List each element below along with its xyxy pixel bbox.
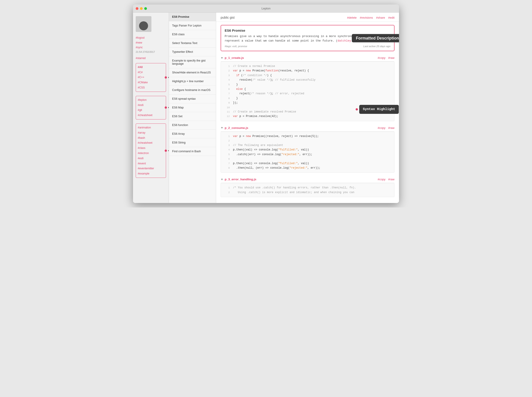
language-tags-dot [165, 76, 167, 79]
chevron-icon-3: ▼ [221, 178, 223, 181]
sidebar-left: #logout #new #sync 21:54 27/02/2017 #sta… [133, 12, 169, 203]
main-content: public gist #delete #revisions #share #e… [216, 12, 399, 203]
tag-array[interactable]: #array [138, 130, 164, 135]
file-header-3: ▼ p_3_error_handling.js #copy #raw [221, 176, 394, 183]
code-line: 7p.then((val) => console.log("fulfilled:… [221, 161, 394, 166]
revisions-link[interactable]: #revisions [360, 16, 373, 19]
filename-1[interactable]: p_1_create.js [225, 56, 244, 60]
tag-cpp[interactable]: #C++ [138, 75, 164, 80]
starred-link[interactable]: #starred [136, 56, 166, 61]
code-line: 4p.then((val) => console.log("fulfilled:… [221, 148, 394, 152]
gist-item-es6-map[interactable]: ES6 Map [169, 103, 216, 112]
tag-eventemitter[interactable]: #eventemitter [138, 166, 164, 171]
maximize-button[interactable] [144, 7, 147, 10]
raw-link-2[interactable]: #raw [388, 126, 394, 130]
code-line: 3// The following are equivalent [221, 143, 394, 148]
gist-item-es6-string[interactable]: ES6 String [169, 138, 216, 147]
gist-item-hostname[interactable]: Configure hostname in macOS [169, 86, 216, 94]
gist-item-es6-set[interactable]: ES6 Set [169, 112, 216, 121]
gist-item-show-hide[interactable]: Show/Hide element in ReactJS [169, 68, 216, 77]
code-line: 12var p = Promise.resolve(42); [221, 114, 394, 118]
file-actions-3: #copy #raw [378, 178, 394, 181]
tag-lepton[interactable]: #lepton [138, 98, 164, 103]
app-body: #logout #new #sync 21:54 27/02/2017 #sta… [133, 12, 399, 203]
sync-link[interactable]: #sync [136, 45, 166, 50]
tag-class[interactable]: #class [138, 145, 164, 151]
gist-type: public gist [221, 16, 235, 19]
copy-link-3[interactable]: #copy [378, 178, 386, 181]
tag-example[interactable]: #example [138, 171, 164, 176]
header-actions: #delete #revisions #share #edit [347, 16, 394, 19]
filename-3[interactable]: p_3_error_handling.js [225, 178, 256, 181]
code-line: 3 if (/* condition */) { [221, 73, 394, 78]
copy-link-1[interactable]: #copy [378, 56, 386, 60]
code-line: 2 Using .catch() is more explicit and id… [221, 190, 394, 195]
pinned-tags-box: #lepton #es6 #git #cheatsheet Pinned Tag… [136, 96, 166, 119]
syntax-highlight-dot [356, 108, 358, 111]
gist-item-select-textarea[interactable]: Select Textarea Text [169, 39, 216, 48]
gist-item-spread-syntax[interactable]: ES6 spread syntax [169, 94, 216, 103]
formatted-description-tooltip: Formatted Description [352, 34, 399, 42]
tag-cheatsheet-pinned[interactable]: #cheatsheet [138, 113, 164, 118]
gist-item-find-command[interactable]: Find command in Bash [169, 147, 216, 156]
new-link[interactable]: #new [136, 40, 166, 45]
file-actions-1: #copy #raw [378, 56, 394, 60]
filename-2[interactable]: p_2_consume.js [225, 126, 248, 130]
gist-item-specify-language[interactable]: Example to specify the gist language [169, 56, 216, 68]
file-header-1: ▼ p_1_create.js #copy #raw [221, 54, 394, 62]
delete-link[interactable]: #delete [347, 16, 357, 19]
code-block-3: 1/* You should use .catch() for handling… [221, 183, 394, 197]
tag-csharp[interactable]: #C# [138, 70, 164, 75]
gist-item-es6-array[interactable]: ES6 Array [169, 130, 216, 138]
code-block-1: 1// Create a normal Promise 2var p = new… [221, 62, 394, 121]
raw-link-1[interactable]: #raw [388, 56, 394, 60]
raw-link-3[interactable]: #raw [388, 178, 394, 181]
gist-item-typewriter[interactable]: Typewriter Effect [169, 48, 216, 56]
tag-bash[interactable]: #bash [138, 135, 164, 141]
description-footer: #tags: es6, promise Last active 25 days … [225, 45, 390, 48]
gist-item-es6-promise[interactable]: ES6 Promise [169, 12, 216, 21]
tag-css[interactable]: #CSS [138, 85, 164, 90]
gist-item-es6-class[interactable]: ES6 class [169, 30, 216, 39]
close-button[interactable] [136, 7, 138, 10]
titlebar: Lepton [133, 5, 399, 12]
file-section-2: ▼ p_2_consume.js #copy #raw 1var p = new… [221, 124, 394, 173]
window-title: Lepton [262, 7, 270, 10]
gist-item-es6-function[interactable]: ES6 function [169, 121, 216, 130]
tag-animation[interactable]: #animation [138, 125, 164, 130]
main-header: public gist #delete #revisions #share #e… [216, 12, 399, 22]
syntax-highlight-tooltip: Syntax Highlight [359, 105, 399, 114]
syntax-highlight-container: Syntax Highlight [356, 105, 399, 114]
tag-es6-pinned[interactable]: #es6 [138, 103, 164, 108]
code-line: 6 else { [221, 87, 394, 91]
code-line: 4 resolve(/* value */); // fulfilled suc… [221, 78, 394, 82]
share-link[interactable]: #share [376, 16, 385, 19]
avatar-icon [139, 21, 148, 30]
code-line: 9}); [221, 101, 394, 105]
code-line: 7 reject(/* reason */); // error, reject… [221, 91, 394, 96]
gist-item-highlight[interactable]: Highlight.js + line number [169, 77, 216, 86]
app-window: Lepton #logout #new #sync 21:54 27/02/20… [133, 5, 399, 203]
edit-link[interactable]: #edit [388, 16, 394, 19]
tag-cheatsheet[interactable]: #cheatsheet [138, 140, 164, 145]
code-line: 6 [221, 157, 394, 161]
tag-git[interactable]: #git [138, 108, 164, 113]
tag-event[interactable]: #event [138, 161, 164, 166]
description-title: ES6 Promise [225, 29, 390, 32]
tag-cmake[interactable]: #CMake [138, 80, 164, 85]
copy-link-2[interactable]: #copy [378, 126, 386, 130]
tag-electron[interactable]: #electron [138, 151, 164, 156]
sync-time: 21:54 27/02/2017 [136, 50, 166, 54]
tag-es6[interactable]: #es6 [138, 156, 164, 161]
tag-all[interactable]: #All [138, 65, 164, 70]
logout-link[interactable]: #logout [136, 36, 166, 40]
code-line: 2 [221, 139, 394, 143]
minimize-button[interactable] [140, 7, 143, 10]
description-tags: #tags: es6, promise [225, 45, 247, 48]
code-line: 1/* You should use .catch() for handling… [221, 186, 394, 190]
chevron-icon-2: ▼ [221, 126, 223, 129]
code-line: 1var p = new Promise((resolve, reject) =… [221, 134, 394, 139]
description-last-active: Last active 25 days ago [363, 45, 390, 48]
code-line: 5 .catch((err) => console.log("rejected:… [221, 152, 394, 157]
gist-item-tags-parser[interactable]: Tags Parser For Lepton [169, 21, 216, 30]
